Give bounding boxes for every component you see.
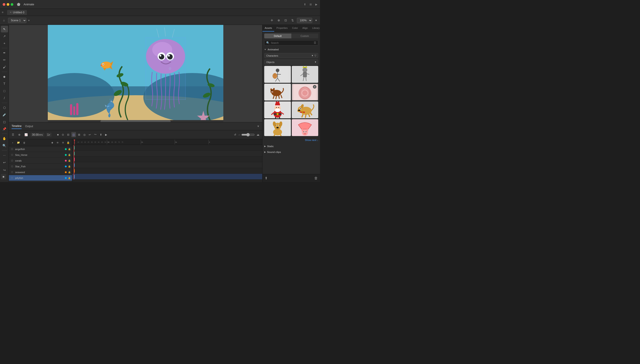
clip-btn[interactable]: ⊟	[66, 132, 70, 137]
asset-thumb-4[interactable]: ✕	[292, 84, 318, 100]
layers-btn[interactable]: ☰	[11, 132, 15, 137]
mirror-btn[interactable]: ⊞	[77, 132, 81, 137]
tab-timeline[interactable]: Timeline	[12, 124, 22, 129]
zoom-expand-btn[interactable]: ▾	[314, 18, 318, 23]
play-btn[interactable]: ▶	[104, 132, 108, 137]
show-next-btn[interactable]: Show next ↓	[264, 138, 318, 142]
tab-output[interactable]: Output	[25, 124, 33, 129]
layer-lock-icon[interactable]: 🔒	[68, 148, 71, 150]
arrange-btn[interactable]: ⇅	[290, 18, 295, 23]
paint-bucket-tool[interactable]: ⬡	[1, 104, 8, 111]
asset-thumb-2[interactable]	[292, 66, 318, 83]
tab-library[interactable]: Library	[310, 25, 320, 32]
tab-properties[interactable]: Properties	[274, 25, 290, 32]
layer-item-seahorse[interactable]: ⬡ Sea_Horse 🔒	[9, 152, 72, 158]
asset-thumb-3[interactable]	[264, 84, 291, 100]
maximize-button[interactable]	[11, 3, 13, 6]
layer-item-starfish[interactable]: ⬡ Star_Fish 🔒	[9, 164, 72, 169]
list-view-icon[interactable]: ☰	[314, 41, 316, 44]
hide-all-btn[interactable]: ⊗	[60, 140, 65, 145]
visibility-btn[interactable]: 👁	[55, 140, 60, 145]
layer-lock-icon[interactable]: 🔒	[68, 177, 71, 179]
canvas-stage[interactable]	[48, 25, 223, 120]
undo-btn[interactable]: ↩	[1, 159, 8, 166]
layer-item-seaweed[interactable]: ⬡ seaweed 🔒	[9, 169, 72, 175]
move-tool-btn[interactable]: ✛	[269, 18, 274, 23]
layer-item-jellyfish[interactable]: ⬡ jellyfish 🔒	[9, 175, 72, 181]
animated-section-header[interactable]: ▼ Animated	[264, 47, 318, 52]
scrollbar-thumb[interactable]	[100, 120, 171, 122]
undo-ease-btn[interactable]: ↺	[233, 132, 237, 137]
zoom-tool[interactable]: 🔍	[1, 142, 8, 149]
wave-btn[interactable]: 〜	[93, 132, 98, 137]
layer-lock-icon[interactable]: 🔒	[68, 159, 71, 162]
add-layer-btn[interactable]: +	[10, 140, 15, 145]
onion-btn[interactable]: ◫	[71, 132, 76, 137]
stop-btn[interactable]: ■	[56, 132, 60, 137]
scene-selector[interactable]: Scene 1	[8, 18, 27, 23]
pin-tool[interactable]: 📌	[1, 126, 8, 132]
capture-btn[interactable]: ⊙	[61, 132, 65, 137]
timeline-collapse-btn[interactable]: ▼	[257, 125, 260, 128]
tab-assets[interactable]: Assets	[263, 25, 274, 32]
asset-thumb-7[interactable]	[264, 119, 291, 136]
canvas-scrollbar[interactable]	[48, 120, 223, 122]
delete-layer-btn[interactable]: 🗑	[22, 140, 27, 145]
custom-btn[interactable]: Custom	[291, 34, 318, 38]
brush-tool[interactable]: 🖌	[1, 64, 8, 70]
hand-tool[interactable]: ✋	[1, 135, 8, 142]
asset-thumb-5[interactable]	[264, 102, 291, 118]
layer-lock-icon[interactable]: 🔒	[68, 165, 71, 168]
asset-thumb-6[interactable]	[292, 102, 318, 118]
tab-color[interactable]: Color	[290, 25, 300, 32]
publish-icon[interactable]: ▶	[315, 3, 317, 6]
new-layer-btn[interactable]: ⊕	[17, 132, 22, 137]
ease-slider[interactable]	[241, 133, 255, 136]
select-tool[interactable]: ↖	[1, 26, 8, 32]
color-swatch[interactable]: ■	[1, 174, 6, 179]
sidebar-toggle[interactable]: ≡	[2, 11, 7, 14]
share-icon[interactable]: ⬆	[304, 3, 306, 6]
upload-btn[interactable]: ⬆	[265, 176, 268, 180]
asset-thumb-8[interactable]	[292, 119, 318, 136]
synth-btn[interactable]: ◎	[82, 132, 87, 137]
pen-tool[interactable]: ✒	[1, 50, 8, 56]
redo-btn[interactable]: ↪	[1, 166, 8, 174]
layer-lock-icon[interactable]: 🔒	[68, 171, 71, 173]
subselect-tool[interactable]: ↗	[1, 33, 8, 40]
layer-item-angelfish[interactable]: ⬡ angelfish 🔒	[9, 146, 72, 152]
keyframe-btn[interactable]: ◆	[50, 140, 55, 145]
loop-btn[interactable]: ↩	[88, 132, 92, 137]
delete-asset-btn[interactable]: 🗑	[314, 176, 318, 180]
export-btn[interactable]: ⬆	[99, 132, 103, 137]
shape-tool[interactable]: □	[1, 88, 8, 94]
default-btn[interactable]: Default	[264, 34, 291, 38]
objects-dropdown[interactable]: Objects ▾	[264, 60, 318, 64]
line-tool[interactable]: /	[1, 95, 8, 102]
fill-tool[interactable]: ◆	[1, 73, 8, 80]
layer-lock-icon[interactable]: 🔒	[68, 154, 71, 156]
transform-btn[interactable]: ⊕	[276, 18, 281, 23]
filter-icon[interactable]: ▽	[314, 54, 316, 57]
remove-asset-btn[interactable]: ✕	[313, 85, 316, 88]
frame-btn[interactable]: ⊡	[283, 18, 288, 23]
lasso-tool[interactable]: ⌖	[1, 40, 8, 46]
layer-item-corals[interactable]: ⬡ corals 🔒	[9, 158, 72, 164]
close-button[interactable]	[3, 3, 5, 6]
characters-dropdown[interactable]: Characters ▾ ▽	[264, 53, 318, 58]
tab-align[interactable]: Align	[300, 25, 310, 32]
search-input[interactable]	[271, 42, 312, 44]
eyedropper-tool[interactable]: 💉	[1, 112, 8, 118]
more-tools-btn[interactable]: ···	[1, 152, 8, 158]
scene-dropdown-icon[interactable]: ▾	[28, 19, 33, 22]
eraser-tool[interactable]: ◻	[1, 118, 8, 125]
canvas-area[interactable]	[9, 25, 262, 122]
zoom-selector[interactable]: 100%	[297, 18, 312, 23]
pencil-tool[interactable]: ✏	[1, 56, 8, 63]
minimize-button[interactable]	[7, 3, 9, 6]
sound-section-header[interactable]: ▶ Sound clips	[264, 150, 318, 154]
static-section-header[interactable]: ▶ Static	[264, 144, 318, 148]
lock-all-btn[interactable]: 🔒	[66, 140, 71, 145]
asset-thumb-1[interactable]	[264, 66, 291, 83]
mountains-btn[interactable]: ⛰	[256, 132, 261, 137]
